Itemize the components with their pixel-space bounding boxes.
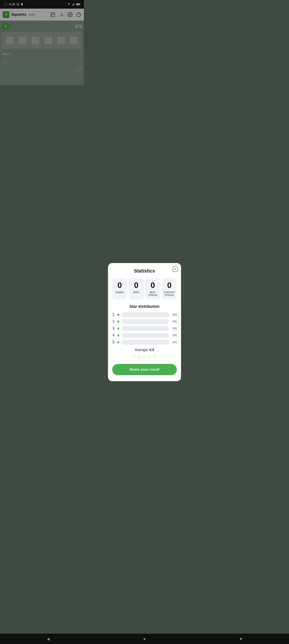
modal-overlay: ✕ Statistics 0 GAMES 0 WINS 0 BEST STREA… xyxy=(0,0,84,187)
